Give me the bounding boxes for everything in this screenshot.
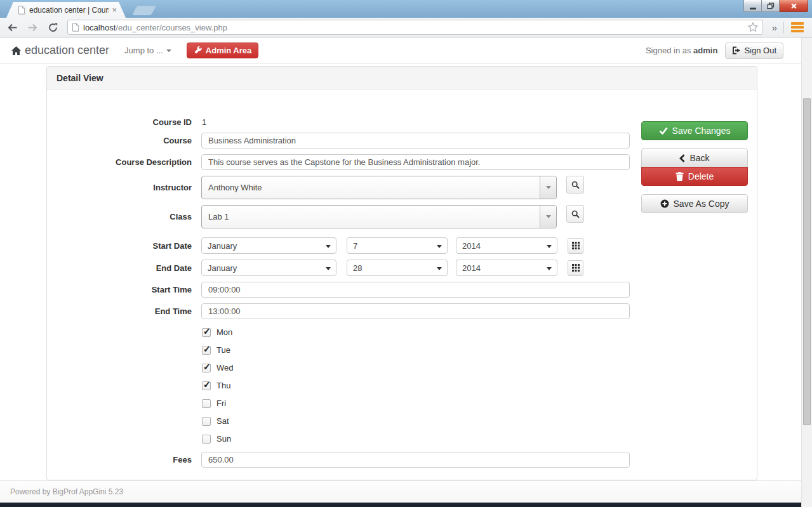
plus-circle-icon <box>660 199 669 208</box>
chevron-down-icon <box>437 245 442 248</box>
jump-to-label: Jump to ... <box>124 46 163 55</box>
app-navbar: education center Jump to ... Admin Area … <box>0 37 801 64</box>
toolbar-separator <box>783 22 784 33</box>
url-text: localhost/edu_center/courses_view.php <box>83 23 747 32</box>
day-checkbox-mon[interactable] <box>202 328 211 337</box>
start-date-row: Start Date January 7 2014 <box>57 237 747 254</box>
end-date-day-select[interactable]: 28 <box>347 260 448 276</box>
delete-label: Delete <box>688 171 714 181</box>
scrollbar-thumb[interactable] <box>803 98 811 425</box>
tab-title: education center | Course <box>29 6 109 15</box>
check-icon <box>659 127 668 135</box>
new-tab-button[interactable] <box>132 6 156 15</box>
window-restore-button[interactable] <box>762 0 780 12</box>
footer-credit: Powered by BigProf AppGini 5.23 <box>10 487 123 496</box>
url-path: /edu_center/courses_view.php <box>116 23 227 32</box>
calendar-grid-icon <box>572 242 580 249</box>
window-minimize-button[interactable] <box>743 0 762 12</box>
search-icon <box>571 210 580 218</box>
back-label: Back <box>689 153 709 163</box>
day-label-tue: Tue <box>216 345 230 355</box>
delete-button[interactable]: Delete <box>641 167 748 186</box>
taskbar-edge <box>0 503 801 507</box>
vertical-scrollbar[interactable] <box>801 37 812 507</box>
brand-link[interactable]: education center <box>11 44 109 57</box>
panel-title: Detail View <box>47 67 757 89</box>
start-date-day-select[interactable]: 7 <box>347 237 448 254</box>
fees-input[interactable] <box>201 452 630 468</box>
chevron-left-icon <box>679 154 685 162</box>
record-actions: Save Changes Back Delete Save As Copy <box>641 121 748 213</box>
end-date-label: End Date <box>57 263 192 273</box>
end-date-calendar-button[interactable] <box>568 260 583 276</box>
start-time-row: Start Time <box>57 282 747 298</box>
browser-toolbar: localhost/edu_center/courses_view.php » <box>0 18 812 37</box>
trash-icon <box>676 172 684 181</box>
start-time-label: Start Time <box>57 285 192 294</box>
day-checkbox-sat[interactable] <box>202 417 211 426</box>
course-description-label: Course Description <box>57 157 192 167</box>
end-date-month-select[interactable]: January <box>201 260 336 276</box>
class-search-button[interactable] <box>566 205 584 223</box>
tab-close-icon[interactable]: × <box>112 6 117 14</box>
day-checkbox-tue[interactable] <box>202 346 211 355</box>
detail-view-panel: Detail View Course ID 1 Course Course De… <box>46 66 757 480</box>
jump-to-dropdown[interactable]: Jump to ... <box>124 46 171 55</box>
save-changes-button[interactable]: Save Changes <box>641 121 748 140</box>
chevron-down-icon <box>326 245 331 248</box>
day-checkbox-sun[interactable] <box>202 435 211 444</box>
search-icon <box>571 181 580 189</box>
wrench-icon <box>194 46 202 55</box>
save-changes-label: Save Changes <box>672 126 731 136</box>
signed-in-text: Signed in as admin <box>646 46 717 55</box>
end-time-input[interactable] <box>201 303 630 319</box>
url-page-icon <box>72 23 79 32</box>
window-controls <box>743 0 808 12</box>
toolbar-overflow-icon[interactable]: » <box>768 22 781 33</box>
course-input[interactable] <box>201 133 630 148</box>
start-date-calendar-button[interactable] <box>568 238 583 254</box>
browser-menu-icon[interactable] <box>787 19 808 36</box>
back-record-button[interactable]: Back <box>641 148 748 168</box>
day-checkbox-fri[interactable] <box>202 399 211 408</box>
day-label-sat: Sat <box>216 416 229 426</box>
start-date-year-select[interactable]: 2014 <box>456 237 557 254</box>
bookmark-star-icon[interactable] <box>747 22 759 33</box>
save-as-copy-button[interactable]: Save As Copy <box>641 194 748 213</box>
reload-button[interactable] <box>44 19 61 36</box>
instructor-search-button[interactable] <box>566 176 584 194</box>
sign-out-button[interactable]: Sign Out <box>725 43 783 59</box>
instructor-select[interactable]: Anthony White <box>201 176 557 199</box>
back-button[interactable] <box>4 19 20 36</box>
fees-row: Fees <box>57 452 747 468</box>
chevron-down-icon <box>437 267 442 270</box>
class-select[interactable]: Lab 1 <box>201 205 557 228</box>
day-label-mon: Mon <box>216 327 232 337</box>
end-time-label: End Time <box>57 306 192 316</box>
address-bar[interactable]: localhost/edu_center/courses_view.php <box>67 20 763 35</box>
day-checkbox-wed[interactable] <box>202 364 211 372</box>
end-date-year-select[interactable]: 2014 <box>456 260 557 276</box>
day-label-fri: Fri <box>216 398 226 408</box>
day-checkbox-thu[interactable] <box>202 381 211 390</box>
admin-area-label: Admin Area <box>206 46 251 55</box>
day-label-sun: Sun <box>216 434 231 444</box>
class-label: Class <box>57 212 192 221</box>
browser-tab[interactable]: education center | Course × <box>6 2 126 18</box>
day-label-thu: Thu <box>216 381 230 390</box>
chevron-down-icon <box>326 267 331 270</box>
course-description-input[interactable] <box>201 154 630 170</box>
chevron-down-icon[interactable] <box>540 206 556 228</box>
window-close-button[interactable] <box>780 0 808 12</box>
page-footer: Powered by BigProf AppGini 5.23 <box>0 480 801 503</box>
url-host: localhost <box>83 23 116 32</box>
admin-area-button[interactable]: Admin Area <box>187 43 258 58</box>
chevron-down-icon <box>166 49 171 52</box>
home-icon <box>11 46 21 55</box>
save-as-copy-label: Save As Copy <box>674 199 729 209</box>
forward-button[interactable] <box>24 19 41 36</box>
start-date-month-select[interactable]: January <box>201 237 336 254</box>
tab-favicon-page-icon <box>18 6 25 15</box>
start-time-input[interactable] <box>201 282 630 298</box>
chevron-down-icon[interactable] <box>540 176 556 199</box>
